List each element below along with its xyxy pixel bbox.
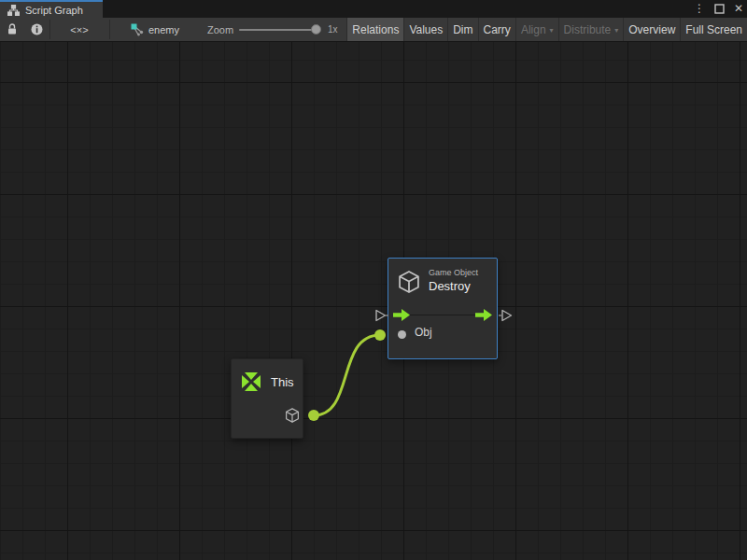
unity-visual-scripting-window: { "window": { "tab_title": "Script Graph… <box>0 0 747 560</box>
tab-title: Script Graph <box>25 5 83 16</box>
overview-button[interactable]: Overview <box>623 18 680 41</box>
fullscreen-button[interactable]: Full Screen <box>680 18 747 41</box>
gameobject-output-port[interactable] <box>284 407 301 424</box>
graph-name: enemy <box>148 24 179 35</box>
connection-wire <box>0 42 747 560</box>
code-x-icon: <×> <box>70 24 88 35</box>
zoom-slider-handle[interactable] <box>311 24 321 35</box>
toolbar-button-group: Relations Values Dim Carry Align ▾ Distr… <box>346 18 747 41</box>
tab-script-graph[interactable]: Script Graph <box>0 0 103 18</box>
graph-breadcrumb[interactable]: enemy <box>131 18 179 41</box>
node-this[interactable]: This <box>231 358 303 439</box>
relations-button[interactable]: Relations <box>346 18 403 41</box>
wire-start-dot <box>308 410 319 421</box>
carry-label: Carry <box>484 23 511 36</box>
graph-toolbar: <×> enemy Zoom 1x Relations Values Dim C… <box>0 18 747 42</box>
node-destroy[interactable]: Game Object Destroy Obj <box>388 258 498 359</box>
node-title: Destroy <box>429 279 471 293</box>
tab-bar: Script Graph ⋮ ✕ <box>0 0 747 18</box>
relations-label: Relations <box>352 23 399 36</box>
lock-button[interactable] <box>0 18 24 41</box>
values-label: Values <box>409 23 443 36</box>
distribute-dropdown[interactable]: Distribute ▾ <box>558 18 624 41</box>
this-converge-icon <box>238 369 264 395</box>
graph-hierarchy-icon <box>7 5 20 16</box>
inspect-button[interactable] <box>24 18 49 41</box>
obj-input-port[interactable] <box>398 330 406 339</box>
window-controls: ⋮ ✕ <box>694 0 743 18</box>
flow-output-port[interactable] <box>475 309 492 321</box>
chevron-down-icon: ▾ <box>550 26 554 35</box>
info-icon <box>31 23 43 35</box>
close-icon[interactable]: ✕ <box>734 0 743 18</box>
maximize-icon[interactable] <box>714 4 725 14</box>
flow-out-triangle-icon[interactable] <box>499 308 514 323</box>
graph-canvas[interactable]: This Game Object Destroy <box>0 42 747 560</box>
dim-label: Dim <box>453 23 472 36</box>
overview-label: Overview <box>628 23 675 36</box>
script-graph-asset-icon <box>131 23 144 36</box>
flow-in-triangle-icon[interactable] <box>374 308 388 323</box>
carry-button[interactable]: Carry <box>478 18 515 41</box>
distribute-label: Distribute <box>564 23 612 36</box>
node-subtitle: Game Object <box>429 268 478 277</box>
chevron-down-icon: ▾ <box>614 26 618 35</box>
toolbar-separator <box>109 20 110 39</box>
align-dropdown[interactable]: Align ▾ <box>515 18 558 41</box>
cube-icon <box>396 269 422 295</box>
obj-port-label: Obj <box>415 326 432 339</box>
flow-input-port[interactable] <box>393 309 410 321</box>
code-preview-toggle[interactable]: <×> <box>50 18 108 41</box>
fullscreen-label: Full Screen <box>685 23 742 36</box>
lock-icon <box>7 23 18 35</box>
zoom-value: 1x <box>328 18 338 41</box>
zoom-slider-track[interactable] <box>239 29 317 31</box>
wire-end-dot <box>374 329 386 341</box>
values-button[interactable]: Values <box>403 18 447 41</box>
zoom-label: Zoom <box>207 18 233 41</box>
align-label: Align <box>521 23 546 36</box>
dim-button[interactable]: Dim <box>447 18 477 41</box>
window-menu-icon[interactable]: ⋮ <box>694 0 705 18</box>
node-title: This <box>271 375 294 389</box>
